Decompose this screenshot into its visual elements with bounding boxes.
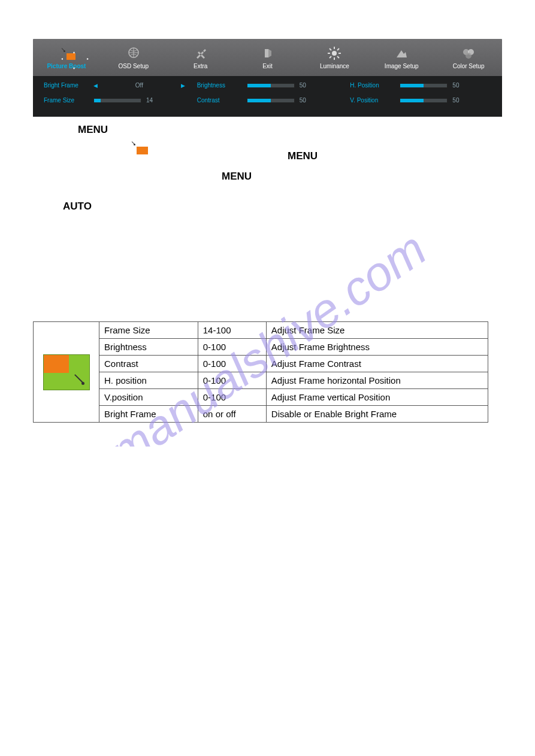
picture-boost-icon xyxy=(137,147,158,162)
setting-value: 50 xyxy=(452,97,466,104)
spec-table: Frame Size 14-100 Adjust Frame Size Brig… xyxy=(33,321,488,423)
setting-value: 50 xyxy=(300,82,313,89)
table-cell-name: Frame Size xyxy=(99,322,198,339)
setting-brightness[interactable]: Brightness 50 xyxy=(197,82,338,89)
tab-label: Luminance xyxy=(320,63,349,69)
exit-icon xyxy=(259,46,276,60)
osd-tab-bar: ▴▾◂▸ Picture Boost OSD Setup Extra xyxy=(33,39,502,76)
table-cell-range: 0-100 xyxy=(198,389,266,406)
slider-bar[interactable] xyxy=(247,83,295,88)
slider-bar[interactable] xyxy=(247,98,295,103)
setting-label: Contrast xyxy=(197,97,242,104)
svg-line-7 xyxy=(337,56,339,58)
setting-h-position[interactable]: H. Position 50 xyxy=(350,82,491,89)
table-cell-range: 14-100 xyxy=(198,322,266,339)
table-cell-name: Bright Frame xyxy=(99,406,198,423)
menu-label: MENU xyxy=(222,171,252,183)
svg-point-12 xyxy=(466,53,471,59)
table-cell-name: V.position xyxy=(99,389,198,406)
arrow-left-icon[interactable]: ◀ xyxy=(93,83,98,89)
tab-picture-boost[interactable]: ▴▾◂▸ Picture Boost xyxy=(33,39,100,76)
setting-value: 14 xyxy=(146,97,159,104)
table-cell-range: 0-100 xyxy=(198,372,266,389)
osd-panel: ▴▾◂▸ Picture Boost OSD Setup Extra xyxy=(33,39,502,117)
setting-label: H. Position xyxy=(350,82,395,89)
setting-label: Bright Frame xyxy=(44,82,89,89)
table-cell-name: Contrast xyxy=(99,356,198,372)
svg-line-8 xyxy=(330,56,331,58)
setting-label: V. Position xyxy=(350,97,395,104)
setting-v-position[interactable]: V. Position 50 xyxy=(350,97,491,104)
table-cell-desc: Adjust Frame vertical Position xyxy=(266,389,488,406)
osd-settings-body: Bright Frame ◀ Off ▶ Frame Size 14 Brigh… xyxy=(33,76,502,117)
setting-label: Frame Size xyxy=(44,97,89,104)
table-cell-range: 0-100 xyxy=(198,339,266,356)
tab-label: Exit xyxy=(262,63,273,69)
picture-boost-icon xyxy=(43,354,90,390)
menu-label: MENU xyxy=(78,124,108,136)
svg-line-9 xyxy=(337,48,339,50)
slider-bar[interactable] xyxy=(400,83,448,88)
tab-label: Color Setup xyxy=(453,63,485,69)
table-cell-desc: Adjust Frame Contrast xyxy=(266,356,488,372)
tab-extra[interactable]: Extra xyxy=(167,39,234,76)
tab-color-setup[interactable]: Color Setup xyxy=(435,39,502,76)
globe-icon xyxy=(125,46,142,60)
image-setup-icon xyxy=(393,46,410,60)
tab-luminance[interactable]: Luminance xyxy=(301,39,368,76)
tab-exit[interactable]: Exit xyxy=(234,39,301,76)
setting-frame-size[interactable]: Frame Size 14 xyxy=(44,97,185,104)
tools-icon xyxy=(192,46,209,60)
table-cell-name: H. position xyxy=(99,372,198,389)
table-cell-desc: Disable or Enable Bright Frame xyxy=(266,406,488,423)
setting-label: Brightness xyxy=(197,82,242,89)
setting-value: 50 xyxy=(452,82,466,89)
brightness-icon xyxy=(326,46,343,60)
setting-contrast[interactable]: Contrast 50 xyxy=(197,97,338,104)
instruction-text-area: MENU MENU MENU AUTO xyxy=(33,124,502,208)
tab-osd-setup[interactable]: OSD Setup xyxy=(100,39,167,76)
table-cell-desc: Adjust Frame horizontal Position xyxy=(266,372,488,389)
setting-bright-frame[interactable]: Bright Frame ◀ Off ▶ xyxy=(44,82,185,89)
table-cell-range: 0-100 xyxy=(198,356,266,372)
tab-image-setup[interactable]: Image Setup xyxy=(368,39,435,76)
arrow-right-icon[interactable]: ▶ xyxy=(181,83,185,89)
slider-bar[interactable] xyxy=(93,98,141,103)
setting-value: 50 xyxy=(300,97,313,104)
menu-label: MENU xyxy=(288,150,318,162)
color-setup-icon xyxy=(460,46,477,60)
table-cell-name: Brightness xyxy=(99,339,198,356)
svg-line-6 xyxy=(330,48,331,50)
table-cell-desc: Adjust Frame Brightness xyxy=(266,339,488,356)
auto-label: AUTO xyxy=(63,201,92,212)
table-cell-range: on or off xyxy=(198,406,266,423)
tab-label: Image Setup xyxy=(385,63,419,69)
tab-label: Extra xyxy=(194,63,207,69)
slider-bar[interactable] xyxy=(400,98,448,103)
svg-point-1 xyxy=(332,51,337,56)
tab-label: OSD Setup xyxy=(118,63,149,69)
table-icon-cell xyxy=(34,322,99,423)
table-cell-desc: Adjust Frame Size xyxy=(266,322,488,339)
setting-value: Off xyxy=(102,82,176,89)
